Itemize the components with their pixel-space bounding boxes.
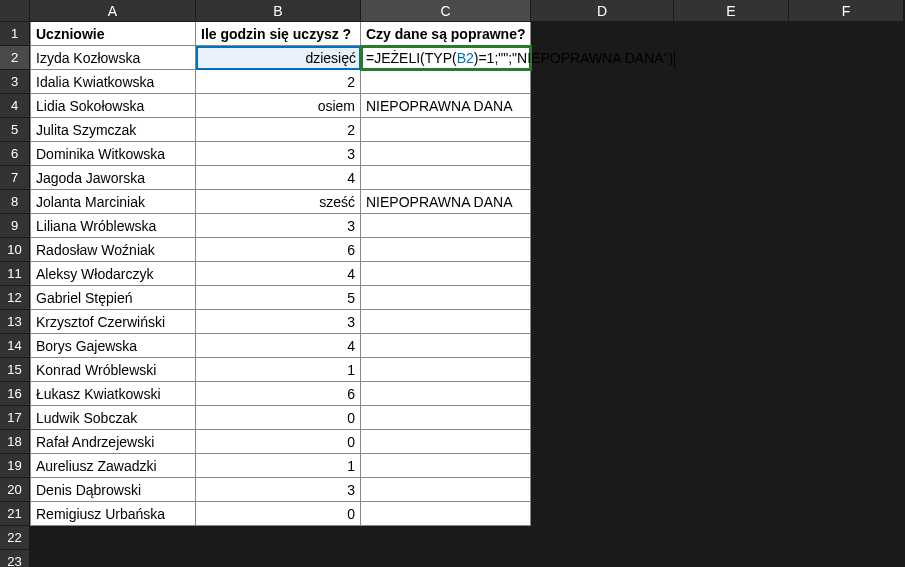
cell-A8[interactable]: Jolanta Marciniak <box>30 190 196 214</box>
cell-D10[interactable] <box>531 238 674 262</box>
cell-B14[interactable]: 4 <box>196 334 361 358</box>
cell-B7[interactable]: 4 <box>196 166 361 190</box>
cell-D18[interactable] <box>531 430 674 454</box>
cell-D19[interactable] <box>531 454 674 478</box>
cell-E9[interactable] <box>674 214 789 238</box>
cell-C9[interactable] <box>361 214 531 238</box>
row-header-11[interactable]: 11 <box>0 262 30 286</box>
row-header-3[interactable]: 3 <box>0 70 30 94</box>
cell-B5[interactable]: 2 <box>196 118 361 142</box>
row-header-14[interactable]: 14 <box>0 334 30 358</box>
cell-A17[interactable]: Ludwik Sobczak <box>30 406 196 430</box>
cell-D9[interactable] <box>531 214 674 238</box>
cell-E8[interactable] <box>674 190 789 214</box>
cell-F10[interactable] <box>789 238 904 262</box>
cell-F6[interactable] <box>789 142 904 166</box>
row-header-13[interactable]: 13 <box>0 310 30 334</box>
cell-A1[interactable]: Uczniowie <box>30 22 196 46</box>
cell-E19[interactable] <box>674 454 789 478</box>
cell-A16[interactable]: Łukasz Kwiatkowski <box>30 382 196 406</box>
cell-F1[interactable] <box>789 22 904 46</box>
cell-A9[interactable]: Liliana Wróblewska <box>30 214 196 238</box>
cell-F17[interactable] <box>789 406 904 430</box>
cell-E21[interactable] <box>674 502 789 526</box>
cell-C14[interactable] <box>361 334 531 358</box>
col-header-E[interactable]: E <box>674 0 789 22</box>
cell-F19[interactable] <box>789 454 904 478</box>
cell-D17[interactable] <box>531 406 674 430</box>
cell-E11[interactable] <box>674 262 789 286</box>
row-header-10[interactable]: 10 <box>0 238 30 262</box>
cell-F12[interactable] <box>789 286 904 310</box>
cell-A20[interactable]: Denis Dąbrowski <box>30 478 196 502</box>
select-all-corner[interactable] <box>0 0 30 22</box>
cell-C23[interactable] <box>361 550 531 567</box>
cell-A3[interactable]: Idalia Kwiatkowska <box>30 70 196 94</box>
cell-A5[interactable]: Julita Szymczak <box>30 118 196 142</box>
cell-F9[interactable] <box>789 214 904 238</box>
cell-F18[interactable] <box>789 430 904 454</box>
cell-A13[interactable]: Krzysztof Czerwiński <box>30 310 196 334</box>
row-header-15[interactable]: 15 <box>0 358 30 382</box>
cell-B11[interactable]: 4 <box>196 262 361 286</box>
cell-B3[interactable]: 2 <box>196 70 361 94</box>
cell-A11[interactable]: Aleksy Włodarczyk <box>30 262 196 286</box>
cell-F13[interactable] <box>789 310 904 334</box>
cell-E6[interactable] <box>674 142 789 166</box>
row-header-16[interactable]: 16 <box>0 382 30 406</box>
cell-B13[interactable]: 3 <box>196 310 361 334</box>
row-header-7[interactable]: 7 <box>0 166 30 190</box>
cell-B10[interactable]: 6 <box>196 238 361 262</box>
cell-A6[interactable]: Dominika Witkowska <box>30 142 196 166</box>
cell-C16[interactable] <box>361 382 531 406</box>
row-header-20[interactable]: 20 <box>0 478 30 502</box>
cell-D4[interactable] <box>531 94 674 118</box>
cell-D13[interactable] <box>531 310 674 334</box>
cell-A14[interactable]: Borys Gajewska <box>30 334 196 358</box>
row-header-12[interactable]: 12 <box>0 286 30 310</box>
cell-D12[interactable] <box>531 286 674 310</box>
cell-F3[interactable] <box>789 70 904 94</box>
cell-F4[interactable] <box>789 94 904 118</box>
cell-C11[interactable] <box>361 262 531 286</box>
row-header-2[interactable]: 2 <box>0 46 30 70</box>
cell-B23[interactable] <box>196 550 361 567</box>
cell-E20[interactable] <box>674 478 789 502</box>
cell-D6[interactable] <box>531 142 674 166</box>
cell-B18[interactable]: 0 <box>196 430 361 454</box>
cell-A2[interactable]: Izyda Kozłowska <box>30 46 196 70</box>
cell-C2-editing[interactable]: =JEŻELI(TYP(B2)=1;"";"NIEPOPRAWNA DANA") <box>361 46 531 70</box>
cell-D23[interactable] <box>531 550 674 567</box>
cell-B1[interactable]: Ile godzin się uczysz ? <box>196 22 361 46</box>
spreadsheet-grid[interactable]: A B C D E F 1 Uczniowie Ile godzin się u… <box>0 0 905 567</box>
cell-B21[interactable]: 0 <box>196 502 361 526</box>
cell-B22[interactable] <box>196 526 361 550</box>
cell-E7[interactable] <box>674 166 789 190</box>
cell-F15[interactable] <box>789 358 904 382</box>
cell-B9[interactable]: 3 <box>196 214 361 238</box>
cell-D14[interactable] <box>531 334 674 358</box>
row-header-4[interactable]: 4 <box>0 94 30 118</box>
cell-C4[interactable]: NIEPOPRAWNA DANA <box>361 94 531 118</box>
cell-F5[interactable] <box>789 118 904 142</box>
cell-A4[interactable]: Lidia Sokołowska <box>30 94 196 118</box>
cell-C21[interactable] <box>361 502 531 526</box>
cell-E1[interactable] <box>674 22 789 46</box>
cell-F20[interactable] <box>789 478 904 502</box>
cell-E14[interactable] <box>674 334 789 358</box>
cell-D7[interactable] <box>531 166 674 190</box>
col-header-B[interactable]: B <box>196 0 361 22</box>
cell-F2[interactable] <box>789 46 904 70</box>
cell-C18[interactable] <box>361 430 531 454</box>
row-header-17[interactable]: 17 <box>0 406 30 430</box>
cell-F8[interactable] <box>789 190 904 214</box>
cell-C15[interactable] <box>361 358 531 382</box>
cell-B6[interactable]: 3 <box>196 142 361 166</box>
cell-B16[interactable]: 6 <box>196 382 361 406</box>
cell-D16[interactable] <box>531 382 674 406</box>
cell-C8[interactable]: NIEPOPRAWNA DANA <box>361 190 531 214</box>
col-header-C[interactable]: C <box>361 0 531 22</box>
cell-D20[interactable] <box>531 478 674 502</box>
cell-D11[interactable] <box>531 262 674 286</box>
cell-B17[interactable]: 0 <box>196 406 361 430</box>
